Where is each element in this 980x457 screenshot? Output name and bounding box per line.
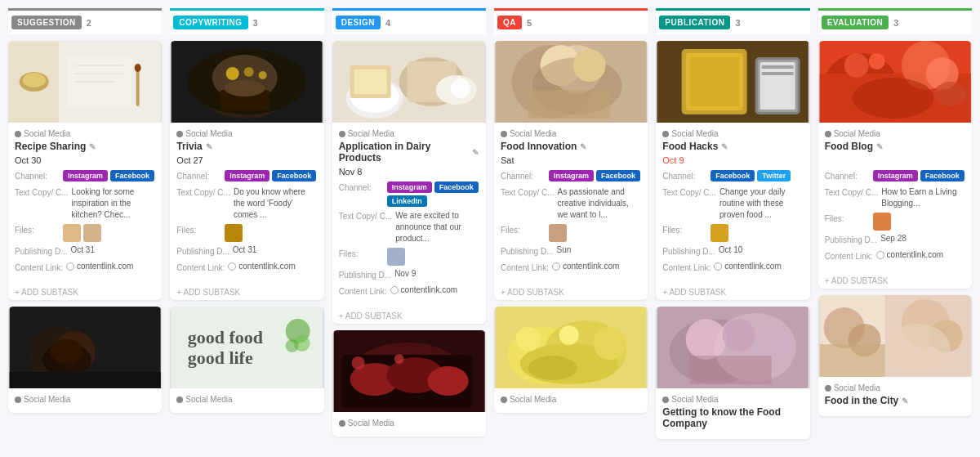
svg-point-22 (244, 67, 254, 77)
edit-icon[interactable]: ✎ (472, 148, 479, 156)
column-header-copywriting: COPYWRITING 3 (170, 8, 323, 34)
tag-linkedin[interactable]: LinkedIn (387, 195, 427, 207)
card-title-dairy[interactable]: Application in Dairy Products ✎ (339, 141, 479, 164)
card-food-innovation: Social Media Food Innovation ✎ Sat Chann… (494, 41, 648, 300)
card-date-recipe-sharing: Oct 30 (15, 155, 155, 165)
tag-facebook[interactable]: Facebook (596, 170, 640, 181)
svg-point-31 (286, 339, 299, 352)
tag-facebook[interactable]: Facebook (710, 170, 755, 181)
tag-facebook[interactable]: Facebook (920, 170, 964, 181)
svg-point-9 (135, 64, 141, 72)
content-link[interactable]: contentlink.com (876, 250, 943, 259)
edit-icon[interactable]: ✎ (876, 142, 884, 150)
card-image-recipe-sharing (8, 41, 162, 123)
column-count-publication: 3 (735, 18, 740, 28)
svg-point-88 (844, 53, 868, 78)
add-subtask-btn[interactable]: + ADD SUBTASK (494, 285, 648, 300)
column-header-design: DESIGN 4 (332, 8, 486, 34)
svg-rect-73 (762, 65, 794, 69)
card-image-dairy (332, 41, 486, 123)
file-thumb (387, 248, 405, 266)
column-count-evaluation: 3 (893, 18, 898, 28)
edit-icon[interactable]: ✎ (89, 142, 97, 150)
card-text-row: Text Copy/ C... Looking for some inspira… (15, 186, 155, 221)
edit-icon[interactable]: ✎ (580, 142, 588, 150)
card-title-food-hacks[interactable]: Food Hacks ✎ (662, 141, 803, 152)
card-dairy: Social Media Application in Dairy Produc… (332, 41, 486, 324)
card-image-bottom-evaluation (818, 295, 972, 377)
card-title-food-innovation[interactable]: Food Innovation ✎ (501, 141, 641, 152)
card-image-food-innovation (494, 41, 648, 123)
content-link[interactable]: contentlink.com (390, 285, 457, 294)
content-link[interactable]: contentlink.com (714, 262, 781, 271)
column-header-qa: QA 5 (494, 8, 648, 34)
svg-point-63 (559, 325, 579, 345)
tag-facebook[interactable]: Facebook (110, 170, 154, 181)
card-category: Social Media (15, 129, 155, 138)
svg-point-47 (351, 356, 364, 370)
svg-point-40 (450, 78, 470, 98)
category-dot (15, 131, 21, 137)
card-date-dairy: Nov 8 (339, 167, 479, 177)
svg-point-3 (23, 73, 46, 87)
content-link[interactable]: contentlink.com (66, 262, 133, 271)
tag-instagram[interactable]: Instagram (873, 170, 918, 181)
column-design: DESIGN 4 Social (332, 8, 486, 446)
svg-rect-98 (819, 344, 884, 377)
svg-rect-56 (528, 90, 610, 119)
card-title-trivia[interactable]: Trivia ✎ (176, 141, 317, 152)
link-icon (66, 262, 74, 271)
card-image-food-hacks (656, 41, 809, 123)
card-bottom-publication: Social Media Getting to know the Food Co… (656, 307, 809, 439)
card-date-food-hacks: Oct 9 (662, 155, 803, 165)
file-thumb (710, 224, 728, 242)
add-subtask-btn[interactable]: + ADD SUBTASK (170, 285, 323, 300)
edit-icon[interactable]: ✎ (721, 142, 729, 150)
card-image-bottom-qa (494, 307, 648, 388)
card-date-trivia: Oct 27 (176, 155, 317, 165)
card-food-hacks: Social Media Food Hacks ✎ Oct 9 Channel:… (656, 41, 809, 300)
file-thumb-2 (83, 224, 101, 242)
card-title-recipe-sharing[interactable]: Recipe Sharing ✎ (15, 141, 155, 152)
svg-point-95 (884, 324, 950, 373)
svg-point-89 (868, 53, 884, 69)
add-subtask-btn[interactable]: + ADD SUBTASK (8, 285, 162, 300)
svg-rect-72 (760, 62, 795, 110)
file-thumb (873, 213, 891, 231)
card-title-food-city[interactable]: Food in the City ✎ (825, 395, 965, 406)
svg-rect-74 (762, 72, 794, 75)
add-subtask-btn[interactable]: + ADD SUBTASK (656, 285, 809, 300)
card-channel-tags: Instagram Facebook (63, 170, 155, 181)
tag-instagram[interactable]: Instagram (549, 170, 594, 181)
content-link[interactable]: contentlink.com (552, 262, 619, 271)
card-date-food-innovation: Sat (501, 155, 641, 165)
card-date-food-blog (825, 155, 965, 165)
tag-instagram[interactable]: Instagram (225, 170, 270, 181)
tag-instagram[interactable]: Instagram (63, 170, 108, 181)
tag-instagram[interactable]: Instagram (387, 181, 432, 193)
add-subtask-btn[interactable]: + ADD SUBTASK (818, 273, 972, 289)
link-icon (876, 251, 884, 259)
tag-facebook[interactable]: Facebook (272, 170, 316, 181)
add-subtask-btn[interactable]: + ADD SUBTASK (332, 308, 486, 324)
file-thumb (549, 224, 567, 242)
card-image-bottom-suggestion (8, 307, 162, 388)
edit-icon[interactable]: ✎ (902, 397, 910, 405)
tag-twitter[interactable]: Twitter (757, 170, 791, 181)
column-copywriting: COPYWRITING 3 (170, 8, 323, 446)
card-publishing-row: Publishing D... Oct 31 (15, 245, 155, 258)
card-image-bottom-copywriting: good food good life (170, 307, 323, 388)
card-title-food-company[interactable]: Getting to know the Food Company (662, 406, 803, 429)
card-trivia: Social Media Trivia ✎ Oct 27 Channel: In… (170, 41, 323, 300)
edit-icon[interactable]: ✎ (206, 142, 214, 150)
svg-point-62 (594, 327, 626, 360)
column-count-qa: 5 (527, 18, 532, 28)
content-link[interactable]: contentlink.com (228, 262, 295, 271)
svg-rect-14 (10, 372, 161, 388)
svg-point-46 (427, 366, 468, 396)
card-bottom-design: Social Media (332, 330, 486, 437)
tag-facebook[interactable]: Facebook (434, 181, 479, 193)
svg-point-78 (686, 319, 727, 360)
card-title-food-blog[interactable]: Food Blog ✎ (825, 141, 965, 152)
svg-point-55 (573, 49, 606, 82)
